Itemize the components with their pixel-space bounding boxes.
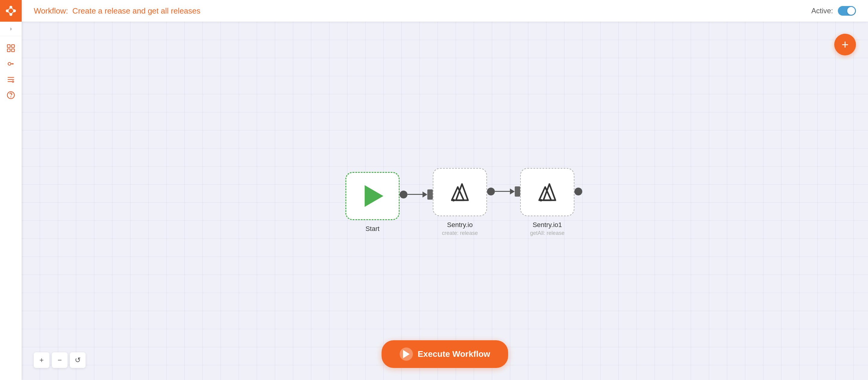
svg-rect-10 — [7, 49, 10, 51]
sentry1-node-name: Sentry.io — [442, 221, 478, 229]
start-node-group: Start — [345, 172, 400, 233]
sidebar-item-help[interactable] — [4, 88, 18, 102]
svg-rect-8 — [7, 44, 10, 47]
svg-line-5 — [11, 7, 14, 11]
sentry1-icon — [446, 179, 473, 206]
bottom-bar: + − ↺ Execute Workflow — [22, 340, 868, 368]
zoom-controls: + − ↺ — [34, 352, 86, 368]
svg-point-20 — [10, 97, 11, 97]
line-1a — [407, 194, 423, 195]
start-node-label: Start — [366, 225, 379, 233]
svg-line-4 — [7, 7, 11, 11]
sidebar-expand-button[interactable]: › — [0, 22, 22, 36]
svg-rect-9 — [11, 44, 14, 47]
workflow-canvas[interactable]: + Start — [22, 22, 868, 380]
workflow-title: Workflow: Create a release and get all r… — [34, 6, 200, 16]
sentry1-node-label: Sentry.io create: release — [442, 221, 478, 236]
connector-1 — [400, 189, 433, 200]
svg-line-7 — [11, 11, 14, 14]
sentry2-node-sub: getAll: release — [530, 230, 564, 236]
logo[interactable] — [0, 0, 22, 22]
port-2 — [515, 186, 520, 197]
execute-button-label: Execute Workflow — [418, 349, 490, 359]
sidebar-item-workflows[interactable] — [4, 41, 18, 56]
output-dot-2 — [487, 187, 495, 196]
svg-point-12 — [8, 62, 11, 65]
sentry2-node[interactable] — [520, 168, 575, 216]
sidebar-nav — [4, 36, 18, 380]
workflow-prefix: Workflow: — [34, 6, 68, 15]
line-2a — [495, 191, 510, 192]
sentry1-node[interactable] — [433, 168, 487, 216]
active-toggle[interactable] — [838, 6, 856, 16]
output-dot-1 — [400, 191, 407, 199]
sentry1-node-group: Sentry.io create: release — [433, 168, 487, 236]
zoom-reset-button[interactable]: ↺ — [70, 352, 86, 368]
zoom-out-button[interactable]: − — [52, 352, 67, 368]
svg-point-22 — [540, 199, 542, 201]
execute-play-icon-wrap — [400, 347, 413, 361]
arrow-2 — [510, 188, 515, 195]
sidebar: › — [0, 0, 22, 380]
svg-point-21 — [453, 199, 455, 201]
svg-line-6 — [7, 11, 11, 14]
sentry2-output — [575, 187, 582, 196]
connector-2 — [487, 186, 520, 197]
execute-workflow-button[interactable]: Execute Workflow — [381, 340, 508, 368]
play-icon — [365, 185, 383, 207]
start-node[interactable] — [345, 172, 400, 220]
add-node-button[interactable]: + — [834, 34, 856, 56]
workflow-nodes: Start — [345, 168, 582, 236]
header: Workflow: Create a release and get all r… — [22, 0, 868, 22]
sentry2-icon — [534, 179, 561, 206]
sidebar-item-executions[interactable] — [4, 72, 18, 87]
output-dot-3 — [575, 187, 582, 196]
main-area: Workflow: Create a release and get all r… — [22, 0, 868, 380]
workflow-name: Create a release and get all releases — [72, 6, 200, 15]
port-1 — [427, 189, 433, 200]
active-label: Active: — [811, 7, 833, 15]
start-node-name: Start — [366, 225, 379, 233]
sentry2-node-group: Sentry.io1 getAll: release — [520, 168, 575, 236]
active-toggle-area: Active: — [811, 6, 856, 16]
svg-rect-11 — [11, 49, 14, 51]
sentry2-node-label: Sentry.io1 getAll: release — [530, 221, 564, 236]
zoom-in-button[interactable]: + — [34, 352, 50, 368]
sentry2-node-name: Sentry.io1 — [530, 221, 564, 229]
arrow-1 — [423, 192, 427, 198]
execute-play-icon — [403, 350, 410, 358]
sentry1-node-sub: create: release — [442, 230, 478, 236]
sidebar-item-credentials[interactable] — [4, 57, 18, 71]
